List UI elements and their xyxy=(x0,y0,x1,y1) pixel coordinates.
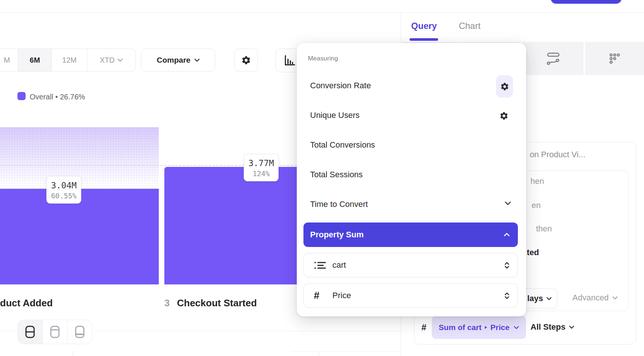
table-column-divider xyxy=(73,351,73,356)
step-number: 3 xyxy=(164,297,170,309)
chip-property-label: Price xyxy=(490,323,509,332)
legend-swatch xyxy=(17,92,26,100)
top-panel-icon xyxy=(50,326,60,338)
funnel-bar-product-added[interactable] xyxy=(0,189,159,284)
gear-icon xyxy=(499,111,509,121)
table-column-divider xyxy=(319,352,319,356)
unfold-updown-icon xyxy=(505,292,509,299)
bottom-panel-icon xyxy=(75,326,85,338)
time-range-segmented-control: M 6M 12M XTD xyxy=(0,49,136,72)
all-steps-dropdown[interactable]: All Steps xyxy=(530,322,574,332)
caret-right-icon xyxy=(484,326,487,329)
step-row-fragment[interactable]: hen xyxy=(530,177,544,186)
tab-query[interactable]: Query xyxy=(406,21,442,31)
chip-event-label: Sum of cart xyxy=(439,323,482,332)
legend-label[interactable]: Overall • 26.76% xyxy=(30,93,85,101)
breakdown-button[interactable] xyxy=(585,42,644,75)
chevron-down-icon xyxy=(118,59,123,62)
sum-of-cart-price-chip[interactable]: Sum of cart Price xyxy=(432,316,526,339)
measurement-hash-icon: # xyxy=(421,322,426,333)
measuring-item-total-sessions[interactable]: Total Sessions xyxy=(310,170,470,181)
step-label-checkout-started: Checkout Started xyxy=(177,297,257,309)
all-steps-label: All Steps xyxy=(530,322,565,332)
table-top-border xyxy=(292,352,401,352)
funnel-analysis-app: M 6M 12M XTD Compare Overall • 26.76% 3.… xyxy=(0,0,644,356)
measuring-item-property-sum-selected[interactable]: Property Sum xyxy=(303,222,518,247)
primary-action-button[interactable] xyxy=(551,0,622,4)
advanced-dropdown[interactable]: Advanced xyxy=(572,293,618,303)
chevron-down-icon xyxy=(194,59,200,62)
compare-button[interactable]: Compare xyxy=(141,49,215,72)
layout-footer-bottom-button[interactable] xyxy=(67,320,92,344)
chart-settings-button[interactable] xyxy=(234,49,258,72)
conversion-window-label: lays xyxy=(527,294,543,303)
chevron-down-icon xyxy=(569,326,574,329)
top-bar xyxy=(0,0,644,13)
measuring-item-conversion-rate[interactable]: Conversion Rate xyxy=(310,81,470,92)
property-sum-event-select[interactable]: cart xyxy=(303,253,518,277)
bar-value: 3.04M xyxy=(47,180,81,191)
compare-label: Compare xyxy=(157,56,190,65)
chart-layout-toggle-group xyxy=(17,320,92,344)
list-icon xyxy=(314,261,332,270)
unfold-updown-icon xyxy=(505,262,509,269)
step-row-fragment[interactable]: ted xyxy=(527,248,539,257)
bar-percent: 124% xyxy=(244,169,278,178)
card-header-fragment: on Product Vi... xyxy=(530,150,585,159)
layout-header-top-button[interactable] xyxy=(42,320,67,344)
time-range-xtd-label: XTD xyxy=(100,56,115,65)
time-range-6m[interactable]: 6M xyxy=(18,49,52,71)
dots-grid-icon xyxy=(610,53,620,64)
measuring-title: Measuring xyxy=(308,55,338,62)
unique-users-settings-button[interactable] xyxy=(499,111,509,121)
property-sum-label: Property Sum xyxy=(310,230,364,240)
chevron-down-icon xyxy=(546,297,552,300)
advanced-label: Advanced xyxy=(572,293,609,303)
event-select-value: cart xyxy=(332,260,346,270)
property-sum-property-select[interactable]: # Price xyxy=(303,283,518,308)
flow-sankey-icon xyxy=(545,52,562,66)
layout-split-horizontal-button[interactable] xyxy=(18,320,42,344)
flow-button[interactable] xyxy=(522,42,584,75)
property-select-value: Price xyxy=(332,291,351,300)
time-range-xtd[interactable]: XTD xyxy=(87,49,135,71)
chevron-down-icon xyxy=(514,326,519,329)
conversion-rate-settings-button[interactable] xyxy=(496,75,513,98)
chevron-down-icon xyxy=(612,296,618,300)
bar-value: 3.77M xyxy=(244,158,278,169)
measuring-item-unique-users[interactable]: Unique Users xyxy=(310,111,470,122)
bar-percent: 60.55% xyxy=(47,191,81,201)
step-row-fragment[interactable]: en xyxy=(532,201,540,210)
split-rows-icon xyxy=(25,326,35,338)
histogram-icon xyxy=(283,55,295,66)
step-row-fragment[interactable]: then xyxy=(536,224,552,234)
time-range-3m[interactable]: M xyxy=(0,49,18,71)
tab-chart[interactable]: Chart xyxy=(452,21,487,31)
measuring-item-total-conversions[interactable]: Total Conversions xyxy=(310,140,470,151)
gear-icon xyxy=(500,82,509,91)
bar-label-product-added: 3.04M 60.55% xyxy=(46,176,81,204)
bar-label-checkout-started: 3.77M 124% xyxy=(244,154,279,181)
active-tab-underline xyxy=(410,38,438,41)
number-hash-icon: # xyxy=(314,290,332,301)
step-label-product-added: duct Added xyxy=(0,297,53,309)
measuring-item-time-to-convert[interactable]: Time to Convert xyxy=(310,200,470,211)
chevron-up-icon xyxy=(504,233,510,237)
time-range-12m[interactable]: 12M xyxy=(52,49,87,71)
chevron-down-icon xyxy=(505,201,511,205)
gear-icon xyxy=(241,55,251,65)
